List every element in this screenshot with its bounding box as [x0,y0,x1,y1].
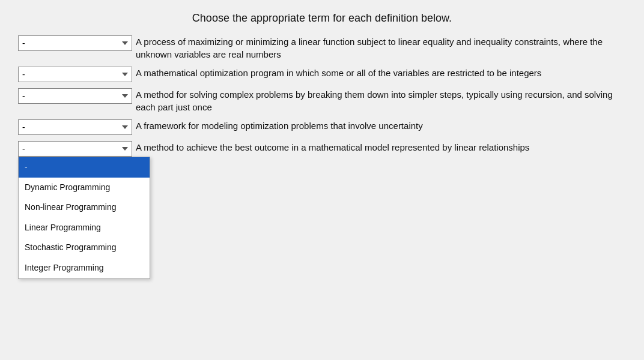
dropdown-option-dynamic[interactable]: Dynamic Programming [19,178,150,198]
question-text-5: A method to achieve the best outcome in … [136,141,626,154]
dropdown-wrapper-1: - Dynamic Programming Non-linear Program… [18,35,132,51]
dropdown-wrapper-3: - Dynamic Programming Non-linear Program… [18,88,132,104]
dropdown-q5[interactable]: - Dynamic Programming Non-linear Program… [18,141,132,157]
question-text-2: A mathematical optimization program in w… [136,67,626,79]
dropdown-q1[interactable]: - Dynamic Programming Non-linear Program… [18,35,132,51]
question-text-1: A process of maximizing or minimizing a … [136,35,626,61]
question-row-1: - Dynamic Programming Non-linear Program… [18,35,626,61]
question-text-4: A framework for modeling optimization pr… [136,119,626,132]
dropdown-q3[interactable]: - Dynamic Programming Non-linear Program… [18,88,132,104]
dropdown-wrapper-4: - Dynamic Programming Non-linear Program… [18,119,132,135]
dropdown-option-integer[interactable]: Integer Programming [19,258,150,278]
dropdown-q4[interactable]: - Dynamic Programming Non-linear Program… [18,119,132,135]
questions-area: - Dynamic Programming Non-linear Program… [18,35,626,186]
dropdown-q2[interactable]: - Dynamic Programming Non-linear Program… [18,67,132,82]
dropdown-option-linear[interactable]: Linear Programming [19,218,150,238]
dropdown-wrapper-5: - Dynamic Programming Non-linear Program… [18,141,132,157]
question-row-3: - Dynamic Programming Non-linear Program… [18,88,626,113]
question-text-3: A method for solving complex problems by… [136,88,626,113]
question-row-2: - Dynamic Programming Non-linear Program… [18,67,626,82]
open-dropdown: - Dynamic Programming Non-linear Program… [18,157,150,279]
dropdown-option-stochastic[interactable]: Stochastic Programming [19,238,150,258]
question-row-4: - Dynamic Programming Non-linear Program… [18,119,626,135]
dropdown-wrapper-2: - Dynamic Programming Non-linear Program… [18,67,132,82]
question-row-5: - Dynamic Programming Non-linear Program… [18,141,626,157]
dropdown-option-dash[interactable]: - [19,157,150,178]
dropdown-option-nonlinear[interactable]: Non-linear Programming [19,197,150,218]
page-title: Choose the appropriate term for each def… [192,12,452,25]
